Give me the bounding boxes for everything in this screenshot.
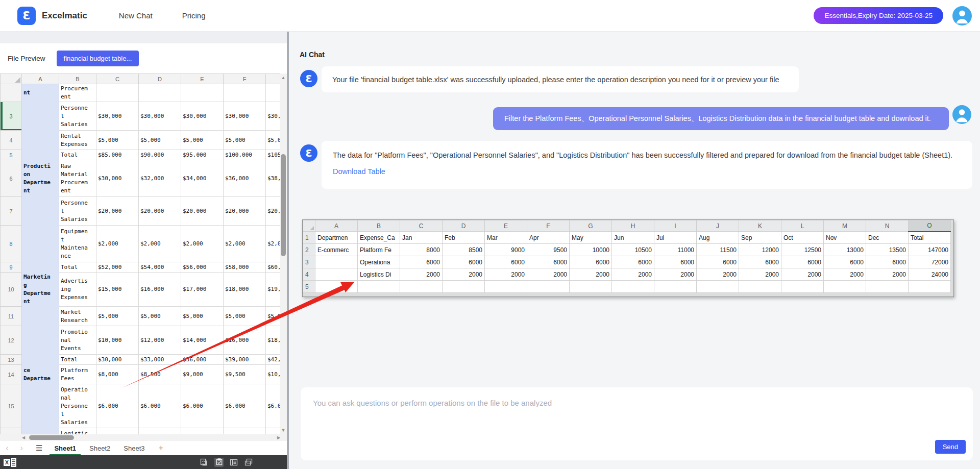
cell[interactable]: $20,000 (96, 197, 139, 226)
cell[interactable]: Promotio nal Events (59, 326, 96, 355)
scroll-up-icon[interactable]: ▲ (280, 73, 287, 82)
column-header[interactable]: C (96, 74, 139, 84)
cell[interactable]: $20,000 (224, 197, 266, 226)
cell[interactable] (22, 226, 59, 262)
cell[interactable]: Logistic s Distribu (59, 428, 96, 435)
cell[interactable] (181, 84, 224, 102)
nav-pricing[interactable]: Pricing (182, 11, 206, 20)
row-header[interactable]: 13 (1, 355, 22, 365)
cell[interactable]: Platform Fees (59, 365, 96, 384)
tab-sheet2[interactable]: Sheet2 (83, 442, 117, 455)
cell[interactable]: $2,000 (181, 428, 224, 435)
column-header[interactable]: A (22, 74, 59, 84)
cell[interactable] (22, 384, 59, 428)
tab-sheet3[interactable]: Sheet3 (117, 442, 151, 455)
cell[interactable]: $30, (266, 102, 280, 131)
cell[interactable]: $30,000 (139, 102, 181, 131)
cell[interactable]: $2,000 (96, 428, 139, 435)
cell[interactable]: $18, (266, 326, 280, 355)
cell[interactable]: $30,000 (96, 160, 139, 197)
user-avatar[interactable] (952, 6, 972, 26)
add-sheet-button[interactable]: + (159, 443, 163, 453)
cell[interactable]: $30,000 (96, 102, 139, 131)
copy-refresh-icon[interactable] (200, 458, 209, 467)
cell[interactable]: $2,000 (139, 428, 181, 435)
cell[interactable]: $6,000 (181, 384, 224, 428)
cell[interactable]: $10, (266, 365, 280, 384)
cell[interactable]: $54,000 (139, 262, 181, 273)
column-header[interactable]: B (59, 74, 96, 84)
cell[interactable]: $16,000 (139, 273, 181, 307)
cell[interactable]: Advertis ing Expenses (59, 273, 96, 307)
cell[interactable] (22, 262, 59, 273)
cell[interactable]: nt (22, 84, 59, 102)
cell[interactable] (22, 131, 59, 150)
cell[interactable]: $36,000 (224, 160, 266, 197)
column-header[interactable] (266, 74, 280, 84)
cell[interactable]: Total (59, 262, 96, 273)
cell[interactable]: $39,000 (224, 355, 266, 365)
cell[interactable] (22, 428, 59, 435)
cell[interactable]: $5,000 (96, 307, 139, 326)
cell[interactable]: $2,000 (181, 226, 224, 262)
file-tab[interactable]: financial budget table... (57, 51, 139, 66)
cell[interactable]: $5,000 (224, 131, 266, 150)
cell[interactable]: $16,000 (224, 326, 266, 355)
cell[interactable]: $33,000 (139, 355, 181, 365)
cell[interactable] (22, 150, 59, 160)
cell[interactable]: $10,000 (96, 326, 139, 355)
row-header[interactable]: 15 (1, 384, 22, 428)
cell[interactable]: $20, (266, 197, 280, 226)
column-header[interactable]: E (181, 74, 224, 84)
cell[interactable]: Operatio nal Personne l Salaries (59, 384, 96, 428)
nav-new-chat[interactable]: New Chat (119, 11, 153, 20)
cell[interactable]: $58,000 (224, 262, 266, 273)
row-header[interactable]: 14 (1, 365, 22, 384)
cell[interactable] (22, 355, 59, 365)
cell[interactable]: $30,000 (224, 102, 266, 131)
cell[interactable]: $9,000 (181, 365, 224, 384)
cell[interactable]: Equipmen t Maintena nce (59, 226, 96, 262)
row-header[interactable]: 8 (1, 226, 22, 262)
cell[interactable]: $34,000 (181, 160, 224, 197)
read-mode-icon[interactable] (229, 458, 238, 467)
cell[interactable]: $2,000 (139, 226, 181, 262)
tab-sheet1[interactable]: Sheet1 (47, 442, 83, 455)
scroll-down-icon[interactable]: ▼ (280, 426, 287, 434)
cell[interactable]: $14,000 (181, 326, 224, 355)
cell[interactable]: Market Research (59, 307, 96, 326)
cell[interactable]: $30,000 (181, 102, 224, 131)
cell[interactable]: $42, (266, 355, 280, 365)
cell[interactable]: $38, (266, 160, 280, 197)
select-all-corner[interactable] (1, 74, 22, 84)
cell[interactable]: $19, (266, 273, 280, 307)
cell[interactable]: $100,000 (224, 150, 266, 160)
cell[interactable]: $6,000 (96, 384, 139, 428)
cell[interactable]: $56,000 (181, 262, 224, 273)
cell[interactable]: $20,000 (181, 197, 224, 226)
cell[interactable]: $5,000 (139, 131, 181, 150)
cell[interactable]: $2,000 (224, 226, 266, 262)
cell[interactable]: $95,000 (181, 150, 224, 160)
cell[interactable]: $17,000 (181, 273, 224, 307)
cell[interactable]: Total (59, 150, 96, 160)
cell[interactable]: Procurem ent (59, 84, 96, 102)
cell[interactable]: $5,000 (181, 307, 224, 326)
cell[interactable]: $2,000 (96, 226, 139, 262)
cell[interactable]: $52,000 (96, 262, 139, 273)
cell[interactable]: $36,000 (181, 355, 224, 365)
row-header[interactable]: 11 (1, 307, 22, 326)
row-header[interactable] (1, 84, 22, 102)
cell[interactable]: Raw Material Procurem ent (59, 160, 96, 197)
cell[interactable]: $6,000 (139, 384, 181, 428)
horizontal-scrollbar[interactable]: ◀ ▶ (0, 434, 287, 441)
chat-input[interactable]: You can ask questions or perform operati… (301, 387, 973, 460)
cell[interactable]: Producti on Departme nt (22, 160, 59, 197)
cell[interactable] (22, 326, 59, 355)
cell[interactable]: $6,0 (266, 384, 280, 428)
column-header[interactable]: F (224, 74, 266, 84)
cell[interactable]: Rental Expenses (59, 131, 96, 150)
cell[interactable]: $5,0 (266, 131, 280, 150)
row-header[interactable]: 10 (1, 273, 22, 307)
send-button[interactable]: Send (935, 440, 966, 454)
